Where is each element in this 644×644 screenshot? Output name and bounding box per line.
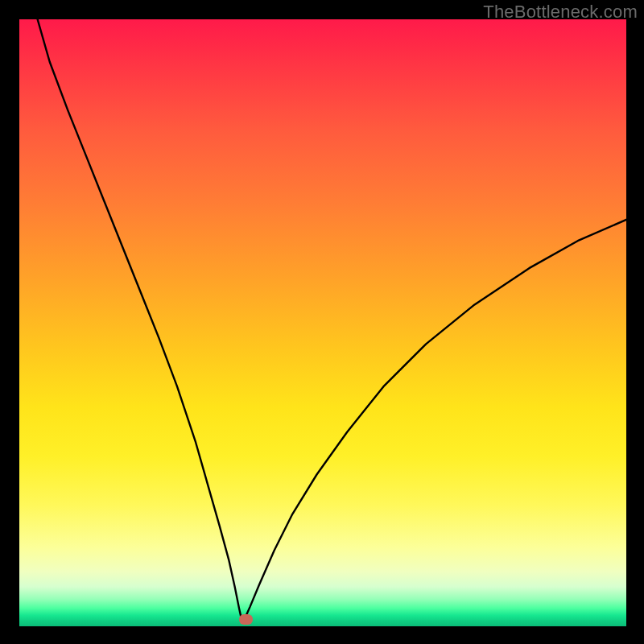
bottleneck-curve bbox=[38, 19, 626, 619]
minimum-marker bbox=[239, 614, 253, 625]
curve-layer bbox=[19, 19, 626, 626]
chart-frame: TheBottleneck.com bbox=[0, 0, 644, 644]
watermark-text: TheBottleneck.com bbox=[483, 2, 638, 23]
plot-area bbox=[19, 19, 626, 626]
